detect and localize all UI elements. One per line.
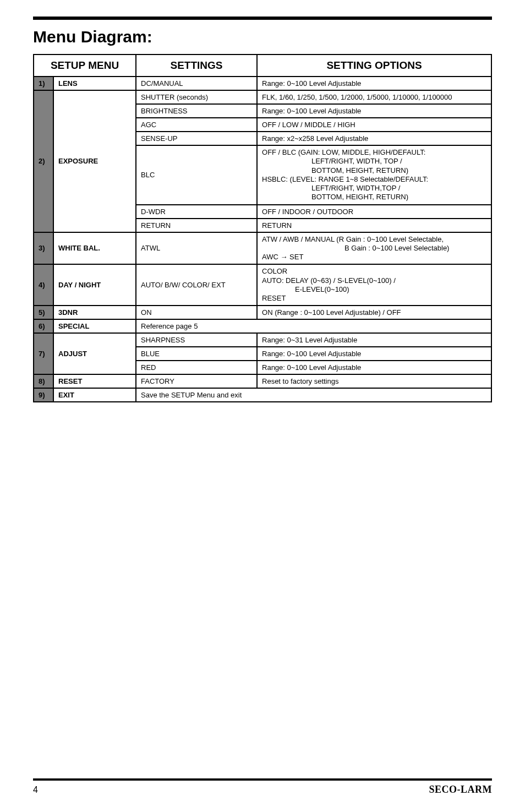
- cell-option: Reset to factory settings: [257, 374, 491, 388]
- cell-option: FLK, 1/60, 1/250, 1/500, 1/2000, 1/5000,…: [257, 90, 491, 104]
- row-label-whitebal: WHITE BAL.: [53, 232, 136, 265]
- table-row: 1) LENS DC/MANUAL Range: 0~100 Level Adj…: [34, 77, 491, 90]
- text: COLOR: [262, 267, 287, 275]
- page-title: Menu Diagram:: [33, 28, 492, 46]
- cell-setting: BLUE: [136, 347, 257, 361]
- cell-setting: SHUTTER (seconds): [136, 90, 257, 104]
- row-num: 3): [34, 232, 53, 265]
- cell-setting: ON: [136, 306, 257, 319]
- cell-setting: D-WDR: [136, 205, 257, 219]
- cell-setting: AGC: [136, 118, 257, 132]
- row-label-3dnr: 3DNR: [53, 306, 136, 319]
- text: AUTO: DELAY (0~63) / S-LEVEL(0~100) /: [262, 276, 396, 285]
- cell-setting: Reference page 5: [136, 319, 491, 333]
- cell-option: Range: x2~x258 Level Adjustable: [257, 132, 491, 145]
- cell-setting: RETURN: [136, 219, 257, 232]
- top-rule: [33, 17, 492, 20]
- table-row: 7) ADJUST SHARPNESS Range: 0~31 Level Ad…: [34, 333, 491, 347]
- row-num: 5): [34, 306, 53, 319]
- cell-option: Range: 0~100 Level Adjustable: [257, 104, 491, 118]
- row-label-special: SPECIAL: [53, 319, 136, 333]
- row-label-daynight: DAY / NIGHT: [53, 264, 136, 306]
- row-num: 2): [34, 90, 53, 232]
- page-footer: 4 SECO-LARM: [33, 778, 492, 795]
- cell-setting: AUTO/ B/W/ COLOR/ EXT: [136, 264, 257, 306]
- row-num: 4): [34, 264, 53, 306]
- col-setup-menu: SETUP MENU: [34, 55, 136, 77]
- cell-option: Range: 0~100 Level Adjustable: [257, 361, 491, 374]
- table-row: 2) EXPOSURE SHUTTER (seconds) FLK, 1/60,…: [34, 90, 491, 104]
- cell-option-blc: OFF / BLC (GAIN: LOW, MIDDLE, HIGH/DEFAU…: [257, 145, 491, 205]
- text: RESET: [262, 294, 286, 302]
- cell-setting: SHARPNESS: [136, 333, 257, 347]
- table-row: 5) 3DNR ON ON (Range : 0~100 Level Adjus…: [34, 306, 491, 319]
- cell-option: Range: 0~100 Level Adjustable: [257, 77, 491, 90]
- table-header-row: SETUP MENU SETTINGS SETTING OPTIONS: [34, 55, 491, 77]
- row-label-reset: RESET: [53, 374, 136, 388]
- row-num: 1): [34, 77, 53, 90]
- cell-option: OFF / INDOOR / OUTDOOR: [257, 205, 491, 219]
- menu-table: SETUP MENU SETTINGS SETTING OPTIONS 1) L…: [33, 54, 492, 402]
- cell-option: Range: 0~31 Level Adjustable: [257, 333, 491, 347]
- row-label-lens: LENS: [53, 77, 136, 90]
- row-num: 7): [34, 333, 53, 374]
- text: ATW / AWB / MANUAL (R Gain : 0~100 Level…: [262, 235, 444, 243]
- cell-option-whitebal: ATW / AWB / MANUAL (R Gain : 0~100 Level…: [257, 232, 491, 265]
- text: LEFT/RIGHT, WIDTH,TOP /: [262, 184, 486, 193]
- cell-setting: BLC: [136, 145, 257, 205]
- table-row: 9) EXIT Save the SETUP Menu and exit: [34, 388, 491, 402]
- text: B Gain : 0~100 Level Selectable): [262, 244, 486, 253]
- col-settings: SETTINGS: [136, 55, 257, 77]
- cell-setting: ATWL: [136, 232, 257, 265]
- cell-option: ON (Range : 0~100 Level Adjustable) / OF…: [257, 306, 491, 319]
- row-num: 9): [34, 388, 53, 402]
- col-setting-options: SETTING OPTIONS: [257, 55, 491, 77]
- cell-setting: Save the SETUP Menu and exit: [136, 388, 491, 402]
- row-num: 8): [34, 374, 53, 388]
- text: BOTTOM, HEIGHT, RETURN): [262, 166, 486, 175]
- cell-setting: FACTORY: [136, 374, 257, 388]
- text: LEFT/RIGHT, WIDTH, TOP /: [262, 157, 486, 166]
- brand-name: SECO-LARM: [429, 784, 492, 795]
- table-row: 6) SPECIAL Reference page 5: [34, 319, 491, 333]
- cell-option: OFF / LOW / MIDDLE / HIGH: [257, 118, 491, 132]
- row-num: 6): [34, 319, 53, 333]
- row-label-adjust: ADJUST: [53, 333, 136, 374]
- row-label-exposure: EXPOSURE: [53, 90, 136, 232]
- cell-setting: BRIGHTNESS: [136, 104, 257, 118]
- text: E-LEVEL(0~100): [262, 285, 349, 294]
- cell-option: Range: 0~100 Level Adjustable: [257, 347, 491, 361]
- text: BOTTOM, HEIGHT, RETURN): [262, 193, 486, 201]
- cell-setting: RED: [136, 361, 257, 374]
- cell-setting: SENSE-UP: [136, 132, 257, 145]
- text: HSBLC: (LEVEL: RANGE 1~8 Selectable/DEFA…: [262, 175, 428, 183]
- cell-option: RETURN: [257, 219, 491, 232]
- text: AWC → SET: [262, 253, 303, 261]
- page-number: 4: [33, 785, 38, 795]
- table-row: 3) WHITE BAL. ATWL ATW / AWB / MANUAL (R…: [34, 232, 491, 265]
- cell-option-daynight: COLOR AUTO: DELAY (0~63) / S-LEVEL(0~100…: [257, 264, 491, 306]
- cell-setting: DC/MANUAL: [136, 77, 257, 90]
- text: OFF / BLC (GAIN: LOW, MIDDLE, HIGH/DEFAU…: [262, 148, 425, 156]
- table-row: 8) RESET FACTORY Reset to factory settin…: [34, 374, 491, 388]
- row-label-exit: EXIT: [53, 388, 136, 402]
- table-row: 4) DAY / NIGHT AUTO/ B/W/ COLOR/ EXT COL…: [34, 264, 491, 306]
